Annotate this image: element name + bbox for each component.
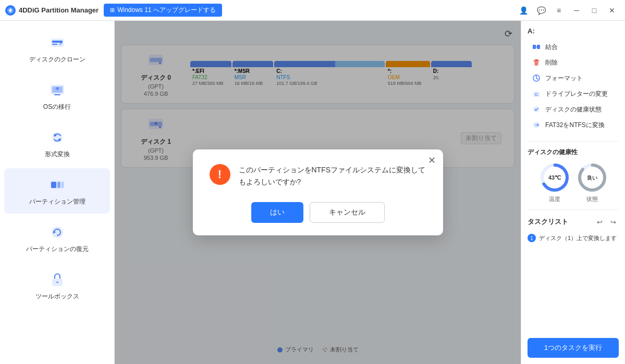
sidebar: ディスクのクローン OSの移行 [0,21,115,364]
dialog-close-button[interactable]: ✕ [428,156,436,165]
svg-text:43℃: 43℃ [548,174,561,181]
right-section-title: A: [528,27,619,35]
sidebar-item-toolbox[interactable]: ツールボックス [4,263,110,308]
divider2 [528,209,619,210]
window-controls: 👤 💬 ≡ ─ □ ✕ [516,3,620,18]
task-section: タスクリスト ↩ ↪ 1 ディスク（1）上で変換します [521,212,625,248]
disk-health-icon [532,105,541,114]
action-merge-label: 結合 [545,43,558,52]
svg-rect-3 [52,44,57,45]
sidebar-item-disk-clone[interactable]: ディスクのクローン [4,26,110,71]
dialog-cancel-button[interactable]: キャンセル [310,202,385,223]
task-item-1: 1 ディスク（1）上で変換します [528,232,619,244]
app-logo: 4DDiG Partition Manager [5,5,99,16]
action-delete[interactable]: 削除 [528,55,619,70]
status-label: 状態 [586,195,598,203]
svg-rect-17 [56,282,58,283]
maximize-button[interactable]: □ [586,3,602,18]
sidebar-label-format-convert: 形式変換 [45,150,70,159]
sidebar-label-partition-manage: パーティション管理 [29,197,85,206]
close-button[interactable]: ✕ [604,3,620,18]
action-disk-health-label: ディスクの健康状態 [545,105,602,114]
partition-manage-icon [48,175,67,194]
action-change-letter-label: ドライブレターの変更 [545,90,608,98]
svg-rect-24 [533,45,536,49]
partition-restore-icon [48,223,67,242]
temp-gauge: 43℃ 温度 [539,162,570,203]
action-format-label: フォーマット [545,74,583,83]
divider1 [528,141,619,142]
sidebar-label-os-migrate: OSの移行 [43,103,71,111]
toolbox-icon [48,270,67,289]
svg-rect-11 [51,182,56,188]
svg-rect-26 [535,59,538,60]
action-delete-label: 削除 [545,58,558,67]
disk-clone-icon [48,33,67,52]
drive-letter-icon: C: [532,89,541,98]
chat-icon[interactable]: 💬 [533,3,549,18]
format-convert-icon [48,128,67,147]
svg-rect-27 [533,60,540,61]
sidebar-label-toolbox: ツールボックス [35,292,79,301]
delete-icon [532,58,541,67]
task-number: 1 [528,234,536,242]
action-format[interactable]: フォーマット [528,70,619,86]
svg-rect-13 [62,182,64,188]
right-section-actions: A: 結合 削除 フォーマット C [521,27,625,139]
titlebar: 4DDiG Partition Manager ⊞ Windows 11 へアッ… [0,0,625,21]
dialog-yes-button[interactable]: はい [251,202,303,223]
task-undo-button[interactable]: ↩ [594,216,605,228]
dialog-overlay: ✕ ! このパーティションをNTFSファイルシステムに変換してもよろしいですか?… [115,21,521,364]
app-title: 4DDiG Partition Manager [19,6,99,14]
temp-label: 温度 [549,195,560,203]
minimize-button[interactable]: ─ [569,3,584,18]
svg-rect-12 [57,182,60,188]
dialog-message: このパーティションをNTFSファイルシステムに変換してもよろしいですか? [239,164,426,187]
sidebar-label-partition-restore: パーティションの復元 [26,245,89,254]
health-section: ディスクの健康性 43℃ 温度 [521,144,625,207]
merge-icon [532,42,541,52]
right-panel: A: 結合 削除 フォーマット C [521,21,625,364]
execute-button[interactable]: 1つのタスクを実行 [528,338,619,358]
status-gauge: 良い 状態 [577,162,608,203]
os-migrate-icon [48,81,67,99]
action-change-letter[interactable]: C: ドライブレターの変更 [528,86,619,102]
sidebar-label-disk-clone: ディスクのクローン [29,55,85,64]
app-icon [5,5,16,16]
sidebar-item-partition-restore[interactable]: パーティションの復元 [4,216,110,261]
user-icon[interactable]: 👤 [516,3,531,18]
action-fat32-ntfs[interactable]: FAT32をNTFSに変換 [528,117,619,133]
svg-text:良い: 良い [587,175,597,181]
upgrade-button[interactable]: ⊞ Windows 11 へアップグレードする [104,4,222,17]
svg-rect-6 [54,94,60,95]
task-text: ディスク（1）上で変換します [539,234,617,242]
action-merge[interactable]: 結合 [528,39,619,55]
menu-icon[interactable]: ≡ [551,3,567,18]
task-redo-button[interactable]: ↪ [607,216,619,228]
confirm-dialog: ✕ ! このパーティションをNTFSファイルシステムに変換してもよろしいですか?… [193,149,443,235]
health-title: ディスクの健康性 [528,148,619,157]
svg-rect-25 [537,45,540,49]
content-area: ⟳ ディスク 0 (GPT) 476.9 GB [115,21,521,364]
task-title: タスクリスト [528,217,568,227]
main-layout: ディスクのクローン OSの移行 [0,21,625,364]
action-disk-health[interactable]: ディスクの健康状態 [528,102,619,117]
format-icon [532,73,541,83]
warning-icon: ! [210,164,230,185]
fat32-ntfs-icon [532,120,541,130]
svg-text:C:: C: [535,93,538,96]
sidebar-item-format-convert[interactable]: 形式変換 [4,121,110,166]
sidebar-item-os-migrate[interactable]: OSの移行 [4,73,110,119]
sidebar-item-partition-manage[interactable]: パーティション管理 [4,168,110,214]
action-fat32-ntfs-label: FAT32をNTFSに変換 [545,121,605,130]
windows-icon: ⊞ [110,7,115,14]
